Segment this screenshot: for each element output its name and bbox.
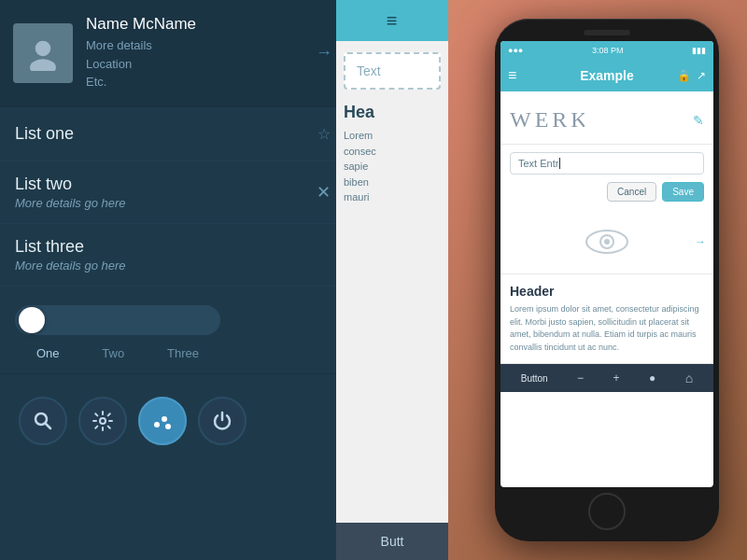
list-item-one[interactable]: List one ☆ [0,107,345,161]
middle-top-bar: ≡ [336,0,448,41]
dots-button[interactable] [138,397,187,445]
eye-area: → [500,209,713,274]
profile-header[interactable]: Name McName More details Location Etc. → [0,0,345,107]
profile-detail-line3: Etc. [86,73,306,91]
middle-section-body: Loremconsecsapiebibenmauri [344,128,441,205]
text-entry-value: Text Entr [518,158,558,169]
home-button[interactable] [588,493,626,530]
avatar-icon [25,35,61,71]
svg-point-6 [162,416,167,422]
battery-indicator: ▮▮▮ [692,46,706,55]
list-item-one-title: List one [15,124,331,144]
werk-logo: WERK [510,105,585,136]
text-cursor [559,158,560,169]
phone-nav-bar: ≡ Example 🔒 ↗ [500,60,713,91]
phone-speaker [584,30,630,35]
toggle-section: One Two Three [0,287,345,374]
list-item-one-icon: ☆ [317,125,331,143]
phone-screen: ●●● 3:08 PM ▮▮▮ ≡ Example 🔒 ↗ WERK [500,41,713,487]
list-item-three[interactable]: List three More details go here [0,224,345,287]
time-display: 3:08 PM [592,46,624,55]
save-button[interactable]: Save [662,182,704,202]
toggle-track[interactable] [15,305,220,335]
hamburger-icon[interactable]: ≡ [387,10,399,32]
nav-right-icons: 🔒 ↗ [677,69,706,82]
edit-icon[interactable]: ✎ [693,113,704,128]
phone-bottom-bar: Button − + ● ⌂ [500,364,713,392]
profile-detail-line1: More details [86,36,306,55]
profile-detail-line2: Location [86,55,306,74]
werk-logo-svg: WERK [510,105,585,131]
search-icon [32,410,54,432]
toggle-labels: One Two Three [15,343,220,364]
list-item-three-title: List three [15,237,331,257]
eye-icon [584,228,630,256]
text-entry-field[interactable]: Text Entr [510,152,704,175]
svg-text:WERK: WERK [510,107,585,131]
avatar [13,23,73,83]
share-icon[interactable]: ↗ [697,69,706,82]
phone-body: ●●● 3:08 PM ▮▮▮ ≡ Example 🔒 ↗ WERK [495,19,719,541]
settings-button[interactable] [78,397,127,445]
svg-point-4 [100,418,106,424]
power-icon [211,410,233,432]
nav-menu-icon[interactable]: ≡ [508,67,516,84]
profile-name: Name McName [86,15,306,34]
svg-point-5 [154,422,160,427]
dots-icon [151,410,174,432]
middle-button-bar[interactable]: Butt [336,523,448,560]
nav-title: Example [580,68,634,83]
profile-info: Name McName More details Location Etc. [86,15,306,91]
svg-point-7 [165,424,171,429]
plus-icon[interactable]: + [613,371,620,385]
action-buttons: Cancel Save [500,182,713,209]
logo-area: WERK ✎ [500,91,713,145]
phone-status-bar: ●●● 3:08 PM ▮▮▮ [500,41,713,60]
content-body: Lorem ipsum dolor sit amet, consectetur … [510,303,704,354]
home-icon[interactable]: ⌂ [685,371,693,385]
settings-icon [92,410,114,432]
toggle-label-one[interactable]: One [36,346,60,360]
svg-line-3 [46,423,51,428]
middle-text-placeholder: Text [357,63,381,78]
minus-icon[interactable]: − [577,371,584,385]
bottom-button-label[interactable]: Button [521,373,548,384]
content-arrow-icon: → [695,235,706,248]
list-item-two[interactable]: List two More details go here ✕ [0,161,345,224]
toggle-label-three[interactable]: Three [167,346,199,360]
list-item-two-close[interactable]: ✕ [317,182,331,203]
list-item-two-detail: More details go here [15,196,331,210]
svg-point-0 [35,40,50,55]
right-phone-container: ●●● 3:08 PM ▮▮▮ ≡ Example 🔒 ↗ WERK [495,19,719,541]
middle-panel: ≡ Text Hea Loremconsecsapiebibenmauri Bu… [336,0,448,560]
dot-icon: ● [649,371,655,385]
middle-section-header: Hea [344,103,441,122]
bottom-icons [0,374,205,468]
middle-content: Text Hea Loremconsecsapiebibenmauri [336,41,448,217]
middle-header-section: Hea Loremconsecsapiebibenmauri [344,103,441,205]
content-section: Header Lorem ipsum dolor sit amet, conse… [500,274,713,364]
left-phone-panel: Name McName More details Location Etc. →… [0,0,345,560]
profile-arrow[interactable]: → [316,43,332,63]
svg-point-1 [30,59,56,71]
toggle-label-two[interactable]: Two [102,346,124,360]
middle-button-label: Butt [381,534,404,549]
lock-icon[interactable]: 🔒 [677,69,691,82]
search-button[interactable] [19,397,67,445]
svg-point-11 [604,239,610,245]
middle-text-input[interactable]: Text [344,52,441,90]
content-header: Header [510,284,704,299]
list-item-two-title: List two [15,175,331,194]
toggle-thumb [19,307,45,333]
cancel-button[interactable]: Cancel [607,182,656,202]
power-button[interactable] [198,397,247,445]
list-item-three-detail: More details go here [15,259,331,273]
signal-indicator: ●●● [508,46,523,55]
